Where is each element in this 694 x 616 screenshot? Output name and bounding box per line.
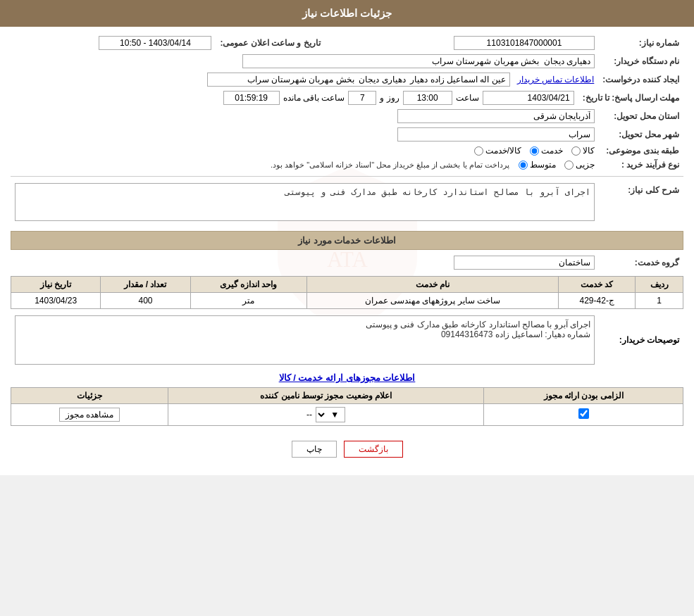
category-kala-khedmat-option[interactable]: کالا/خدمت [474,146,521,156]
permit-required-cell [484,404,683,426]
category-kala-option[interactable]: کالا [571,146,595,156]
number-input[interactable] [454,36,595,50]
category-label: طبقه بندی موضوعی: [599,144,683,158]
purchase-motavasset-option[interactable]: متوسط [519,160,556,170]
permit-status-cell: ▼ -- [168,404,484,426]
permit-status-select[interactable]: ▼ [316,407,345,422]
province-label: استان محل تحویل: [599,107,683,125]
buyer-notes-line1: اجرای آبرو با مصالح استاندارد کارخانه طب… [19,320,590,329]
table-row: 1 ج-42-429 ساخت سایر پروژههای مهندسی عمر… [11,293,683,309]
services-table: ردیف کد خدمت نام خدمت واحد اندازه گیری ت… [11,276,683,309]
category-kala-label: کالا [583,146,595,156]
service-group-row: گروه خدمت: [11,253,683,272]
back-button[interactable]: بازگشت [344,441,403,458]
print-button[interactable]: چاپ [292,441,337,458]
page-title: جزئیات اطلاعات نیاز [302,7,392,19]
send-date-input[interactable] [483,91,574,105]
cell-quantity: 400 [101,293,190,309]
col-unit: واحد اندازه گیری [190,277,306,293]
service-group-input[interactable] [454,256,595,270]
general-desc-label: شرح کلی نیاز: [599,181,683,225]
permits-section-title[interactable]: اطلاعات مجوزهای ارائه خدمت / کالا [279,372,416,383]
col-supplier-status: اعلام وضعیت مجوز توسط نامین کننده [168,388,484,404]
purchase-note: پرداخت تمام یا بخشی از مبلغ خریداز محل "… [271,161,509,169]
buyer-notes-section: توصیحات خریدار: اجرای آبرو با مصالح استا… [11,313,683,367]
province-value-cell [11,107,599,125]
purchase-type-row: نوع فرآیند خرید : جزیی متوسط [11,158,683,172]
category-kala-khedmat-label: کالا/خدمت [485,146,521,156]
col-row-num: ردیف [636,277,683,293]
buyer-row: نام دستگاه خریدار: [11,52,683,70]
category-kala-radio[interactable] [571,146,581,156]
send-remaining-label: ساعت باقی مانده [283,93,345,103]
service-group-value-cell [11,253,599,272]
permit-details-cell: مشاهده مجوز [11,404,168,426]
buyer-notes-label: توصیحات خریدار: [599,313,683,367]
page-header: جزئیات اطلاعات نیاز [0,0,694,27]
cell-date: 1403/04/23 [11,293,101,309]
col-quantity: تعداد / مقدار [101,277,190,293]
cell-service-name: ساخت سایر پروژههای مهندسی عمران [306,293,559,309]
need-number-row: شماره نیاز: تاریخ و ساعت اعلان عمومی: [11,34,683,52]
col-required: الزامی بودن ارائه مجوز [484,388,683,404]
permits-section-title-container: اطلاعات مجوزهای ارائه خدمت / کالا [11,372,683,383]
service-group-label: گروه خدمت: [599,253,683,272]
general-desc-value-cell [11,181,599,225]
purchase-motavasset-label: متوسط [530,160,556,170]
send-time-input[interactable] [403,91,452,105]
creator-input[interactable] [207,73,510,87]
permit-required-checkbox[interactable] [578,408,589,419]
buyer-notes-value-cell: اجرای آبرو با مصالح استاندارد کارخانه طب… [11,313,599,367]
city-label: شهر محل تحویل: [599,125,683,144]
col-service-code: کد خدمت [559,277,636,293]
announce-input[interactable] [99,36,211,50]
permits-table: الزامی بودن ارائه مجوز اعلام وضعیت مجوز … [11,387,683,426]
page-wrapper: جزئیات اطلاعات نیاز ATA Tender شماره نیا… [0,0,694,475]
category-value-cell: کالا خدمت کالا/خدمت [11,144,599,158]
permit-status-value: -- [306,410,312,420]
cell-unit: متر [190,293,306,309]
col-details: جزئیات [11,388,168,404]
announce-value-cell [11,34,216,52]
creator-link[interactable]: اطلاعات تماس خریدار [517,75,595,84]
province-row: استان محل تحویل: [11,107,683,125]
send-remaining-input[interactable] [223,91,280,105]
purchase-jozvi-radio[interactable] [564,161,574,170]
col-service-name: نام خدمت [306,277,559,293]
view-permit-button[interactable]: مشاهده مجوز [59,408,120,422]
province-input[interactable] [397,109,595,123]
city-input[interactable] [397,127,595,142]
send-days-input[interactable] [348,91,376,105]
col-date: تاریخ نیاز [11,277,101,293]
cell-row-num: 1 [636,293,683,309]
category-khedmat-option[interactable]: خدمت [530,146,563,156]
buyer-label: نام دستگاه خریدار: [599,52,683,70]
category-row: طبقه بندی موضوعی: کالا خدمت [11,144,683,158]
buyer-notes-line2: شماره دهیار: اسماعیل زاده 09144316473 [19,329,590,339]
number-label: شماره نیاز: [599,34,683,52]
purchase-type-label: نوع فرآیند خرید : [599,158,683,172]
city-value-cell [11,125,599,144]
cell-service-code: ج-42-429 [559,293,636,309]
announce-label: تاریخ و ساعت اعلان عمومی: [216,34,324,52]
buyer-value-cell [11,52,599,70]
category-khedmat-radio[interactable] [530,146,539,156]
send-date-value-cell: ساعت روز و ساعت باقی مانده [11,89,578,107]
city-row: شهر محل تحویل: [11,125,683,144]
general-desc-textarea[interactable] [15,183,595,221]
services-section-title: اطلاعات خدمات مورد نیاز [11,231,683,250]
send-date-row: مهلت ارسال پاسخ: تا تاریخ: ساعت روز و سا… [11,89,683,107]
purchase-jozvi-option[interactable]: جزیی [564,160,595,170]
general-desc-section: شرح کلی نیاز: [11,181,683,225]
purchase-jozvi-label: جزیی [576,160,595,170]
purchase-motavasset-radio[interactable] [519,161,528,170]
category-kala-khedmat-radio[interactable] [474,146,483,156]
buyer-notes-box: اجرای آبرو با مصالح استاندارد کارخانه طب… [15,315,595,365]
bottom-buttons: بازگشت چاپ [11,430,683,468]
number-value-cell [346,34,599,52]
list-item: ▼ -- مشاهده مجوز [11,404,683,426]
creator-label: ایجاد کننده درخواست: [598,70,683,89]
content-area: شماره نیاز: تاریخ و ساعت اعلان عمومی: نا… [11,34,683,468]
send-time-label: ساعت [456,93,479,103]
buyer-input[interactable] [242,54,595,68]
